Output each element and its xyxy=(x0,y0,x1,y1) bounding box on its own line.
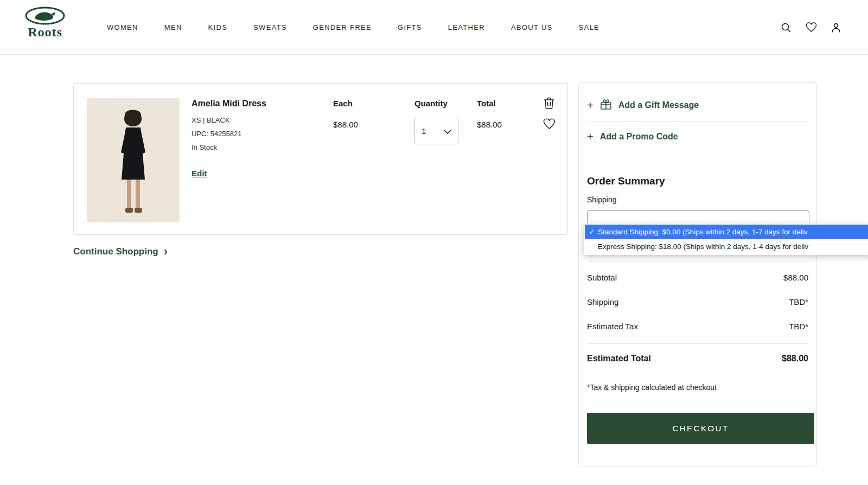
each-label: Each xyxy=(333,99,358,108)
divider xyxy=(587,261,808,262)
product-variant: XS | BLACK xyxy=(192,116,311,124)
trash-icon[interactable] xyxy=(542,97,556,110)
stock-status: In Stock xyxy=(192,143,311,151)
promo-code-label: Add a Promo Code xyxy=(600,132,678,142)
shipping-option-express[interactable]: Express Shipping: $18.00 (Ships within 2… xyxy=(584,239,868,254)
roots-logo[interactable]: Roots xyxy=(23,7,67,40)
add-gift-message-button[interactable]: + Add a Gift Message xyxy=(587,98,808,112)
checkout-button[interactable]: CHECKOUT xyxy=(587,413,814,444)
save-heart-icon[interactable] xyxy=(542,117,556,130)
content-top-divider xyxy=(73,68,818,68)
cart-page: Roots WOMEN MEN KIDS SWEATS GENDER FREE … xyxy=(0,0,868,485)
nav-item-about-us[interactable]: ABOUT US xyxy=(511,23,553,31)
row-value: $88.00 xyxy=(783,273,808,282)
nav-item-leather[interactable]: LEATHER xyxy=(448,23,485,31)
row-label: Subtotal xyxy=(587,273,617,282)
nav-item-gender-free[interactable]: GENDER FREE xyxy=(313,23,372,31)
row-label: Shipping xyxy=(587,297,618,307)
cart-item-card: Amelia Midi Dress XS | BLACK UPC: 542558… xyxy=(73,83,568,235)
product-upc: UPC: 54255821 xyxy=(192,130,311,138)
summary-row-estimated-tax: Estimated Tax TBD* xyxy=(587,322,808,331)
wishlist-heart-icon[interactable] xyxy=(805,22,817,34)
order-summary-title: Order Summary xyxy=(587,175,665,187)
nav-item-women[interactable]: WOMEN xyxy=(107,23,138,31)
continue-shopping-label: Continue Shopping xyxy=(73,246,158,257)
chevron-down-icon xyxy=(444,126,451,136)
product-name: Amelia Midi Dress xyxy=(192,99,311,109)
site-header: Roots WOMEN MEN KIDS SWEATS GENDER FREE … xyxy=(0,0,868,55)
account-icon[interactable] xyxy=(830,22,842,34)
shipping-options-dropdown: ✓ Standard Shipping: $0.00 (Ships within… xyxy=(584,224,868,255)
summary-row-shipping: Shipping TBD* xyxy=(587,297,808,307)
divider xyxy=(587,343,808,344)
search-icon[interactable] xyxy=(780,22,792,34)
nav-item-kids[interactable]: KIDS xyxy=(208,23,228,31)
chevron-right-icon: › xyxy=(164,246,168,258)
summary-row-subtotal: Subtotal $88.00 xyxy=(587,273,808,282)
plus-icon: + xyxy=(587,131,593,142)
row-value: TBD* xyxy=(789,322,808,331)
each-price: $88.00 xyxy=(333,120,358,129)
order-summary-panel: + Add a Gift Message + Add a Promo Code … xyxy=(578,82,817,467)
total-label: Total xyxy=(477,99,502,108)
logo-text: Roots xyxy=(23,25,67,40)
nav-item-gifts[interactable]: GIFTS xyxy=(398,23,422,31)
edit-link[interactable]: Edit xyxy=(192,169,207,178)
main-nav: WOMEN MEN KIDS SWEATS GENDER FREE GIFTS … xyxy=(107,0,599,55)
nav-item-men[interactable]: MEN xyxy=(164,23,182,31)
row-value: TBD* xyxy=(789,297,808,307)
divider xyxy=(587,121,808,122)
gift-message-label: Add a Gift Message xyxy=(618,100,699,110)
shipping-select-label: Shipping xyxy=(587,195,617,204)
nav-item-sweats[interactable]: SWEATS xyxy=(253,23,287,31)
shipping-option-standard[interactable]: ✓ Standard Shipping: $0.00 (Ships within… xyxy=(585,225,868,239)
item-action-icons xyxy=(542,97,556,130)
gift-icon xyxy=(600,98,612,112)
quantity-column: Quantity 1 xyxy=(414,99,458,144)
product-image[interactable] xyxy=(87,98,180,222)
summary-row-estimated-total: Estimated Total $88.00 xyxy=(587,354,808,363)
row-label: Estimated Tax xyxy=(587,322,638,331)
add-promo-code-button[interactable]: + Add a Promo Code xyxy=(587,131,808,142)
shipping-option-label: Standard Shipping: $0.00 (Ships within 2… xyxy=(598,228,807,236)
quantity-select[interactable]: 1 xyxy=(414,118,458,144)
header-icons xyxy=(780,0,842,55)
product-info: Amelia Midi Dress XS | BLACK UPC: 542558… xyxy=(192,99,311,178)
each-column: Each $88.00 xyxy=(333,99,358,129)
nav-item-sale[interactable]: SALE xyxy=(579,23,599,31)
total-value: $88.00 xyxy=(782,354,808,363)
total-column: Total $88.00 xyxy=(477,99,502,129)
quantity-label: Quantity xyxy=(414,99,458,108)
tax-shipping-footnote: *Tax & shipping calculated at checkout xyxy=(587,383,717,392)
quantity-value: 1 xyxy=(422,126,426,136)
check-icon: ✓ xyxy=(589,225,595,239)
total-price: $88.00 xyxy=(477,120,502,129)
shipping-option-label: Express Shipping: $18.00 (Ships within 2… xyxy=(598,242,808,251)
plus-icon: + xyxy=(587,100,593,111)
total-label: Estimated Total xyxy=(587,354,651,363)
continue-shopping-link[interactable]: Continue Shopping › xyxy=(73,246,168,258)
